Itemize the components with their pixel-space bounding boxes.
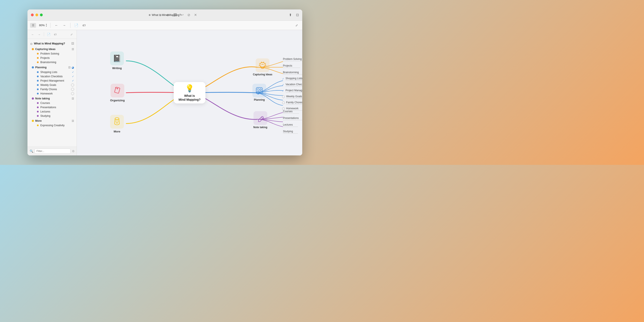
document-icon[interactable]: 📄 [74,22,80,28]
item-dot [37,106,39,108]
list-item[interactable]: Weekly Goals [29,83,77,87]
leaf-label: Weekly Goals [286,95,302,98]
center-node[interactable]: 💡 What isMind Mapping? [174,82,206,104]
list-item[interactable]: Brainstorming [29,60,77,64]
list-item[interactable]: ✓ Shopping Lists [282,77,302,80]
leaf-label: Studying [283,130,298,134]
redo-icon[interactable]: ⊘ [188,13,190,17]
close-button[interactable] [31,14,34,16]
svg-point-7 [115,118,119,120]
list-item[interactable]: Problem Solving [29,52,77,56]
svg-point-5 [257,88,259,90]
sidebar-nav: ← → 📄 🏷 ⤢ [28,30,77,39]
list-item[interactable]: Projects [29,56,77,60]
sidebar-root-item[interactable]: ⊖ What is Mind Mapping? 🖼 [28,40,77,47]
list-item[interactable]: Lectures [29,110,77,114]
item-label: Brainstorming [40,61,74,64]
filter-settings-icon[interactable]: ⚙ [72,150,75,153]
branch-planning[interactable]: Planning [252,84,266,101]
smiley-icon[interactable]: ☺ [159,13,162,17]
branch-more-icon [110,115,124,128]
list-item[interactable]: Problem Solving [283,58,302,61]
item-dot [37,71,39,73]
item-label: Courses [40,102,74,104]
list-item[interactable]: Family Chores [29,87,77,92]
list-item[interactable]: Presentations [29,105,77,110]
list-item[interactable]: Courses [283,110,302,114]
list-item[interactable]: Presentations [283,116,302,120]
filter-bar: 🔍 ⚙ [28,146,77,156]
app-window: What is Mind Mapping? ☺ ☻ 🖼 ↩ ⊘ ✕ ⬆ ⊡ ☰ … [28,10,302,156]
svg-rect-4 [256,88,262,94]
zoom-stepper[interactable]: ▲ ▼ [46,24,47,27]
branch-capturing-label: Capturing Ideas [253,73,272,76]
filter-input[interactable] [34,148,71,154]
svg-point-0 [260,62,265,68]
group-header-more[interactable]: More 🖼 [28,118,77,123]
nav-tag-button[interactable]: 🏷 [52,32,58,37]
group-header-capturing[interactable]: Capturing Ideas 🖼 [28,47,77,52]
branch-writing[interactable]: 📓 Writing [110,52,124,70]
mindmap-canvas[interactable]: 📓 Writing [77,30,302,156]
item-label: Shopping Lists [40,71,70,74]
item-label: Expressing Creativity [40,124,74,127]
list-item[interactable]: ✓ Project Management [282,89,302,92]
branch-organizing[interactable]: Organizing [110,84,125,102]
leaf-label: Lectures [283,123,298,127]
tag-icon[interactable]: 🏷 [81,22,87,28]
nav-expand-button[interactable]: ⤢ [69,32,74,37]
expand-button[interactable]: ⤢ [294,22,300,28]
list-item[interactable]: Family Chores [282,101,302,104]
list-item[interactable]: ✓ Vacation Checklists [282,83,302,86]
close-icon[interactable]: ✕ [194,13,197,17]
split-view-icon[interactable]: ⊡ [296,13,299,17]
undo-icon[interactable]: ↩ [181,13,184,17]
list-item[interactable]: Weekly Goals [282,95,302,98]
titlebar: What is Mind Mapping? ☺ ☻ 🖼 ↩ ⊘ ✕ ⬆ ⊡ [28,10,302,20]
main-content: ← → 📄 🏷 ⤢ ⊖ What is Mind Mapping? 🖼 [28,30,302,156]
list-item[interactable]: Brainstorming [283,71,302,74]
list-item[interactable]: Homework [29,92,77,96]
svg-point-10 [116,122,118,124]
list-item[interactable]: Project Management ✓ [29,78,77,83]
forward-button[interactable]: → [61,22,67,28]
sidebar-toggle-icon[interactable]: ☰ [30,23,36,28]
share-icon[interactable]: ⬆ [289,13,292,17]
list-item[interactable]: Vacation Checklists ✓ [29,74,77,78]
group-header-planning[interactable]: Planning 🖼 ◕ [28,65,77,70]
group-img-icon-notetaking: 🖼 [72,97,74,100]
leaf-label: Presentations [283,116,302,120]
branch-notetaking[interactable]: Note taking [253,111,267,129]
minimize-button[interactable] [36,14,38,16]
item-empty-circle [71,88,74,91]
zoom-control[interactable]: 80% ▲ ▼ [39,24,47,27]
list-item[interactable]: Studying [283,130,302,134]
fullscreen-button[interactable] [40,14,43,16]
branch-more[interactable]: More [110,115,124,133]
nav-back-button[interactable]: ← [30,32,35,37]
svg-line-11 [261,117,263,118]
group-items-capturing: Problem Solving Projects Brainstorming [28,52,77,64]
item-dot [37,102,39,104]
nav-document-button[interactable]: 📄 [46,32,51,37]
item-checkmark: ✓ [72,71,74,74]
branch-organizing-icon [110,84,124,98]
item-dot [37,76,39,77]
list-item[interactable]: Lectures [283,123,302,127]
group-badge-planning: ◕ [72,66,74,69]
list-item[interactable]: Expressing Creativity [29,123,77,128]
list-item[interactable]: Projects [283,64,302,68]
item-checkmark: ✓ [72,75,74,78]
list-item[interactable]: Courses [29,101,77,105]
back-button[interactable]: ← [54,22,60,28]
list-item[interactable]: Studying [29,114,77,118]
nav-forward-button[interactable]: → [36,32,42,37]
branch-capturing[interactable]: Capturing Ideas [253,58,272,76]
item-dot [37,62,39,63]
image-icon[interactable]: 🖼 [174,13,177,17]
list-item[interactable]: Shopping Lists ✓ [29,70,77,74]
item-checkmark: ✓ [72,79,74,82]
group-label-notetaking: Note taking [35,97,70,100]
group-header-notetaking[interactable]: Note taking 🖼 [28,96,77,101]
emoji-icon[interactable]: ☻ [166,13,170,17]
